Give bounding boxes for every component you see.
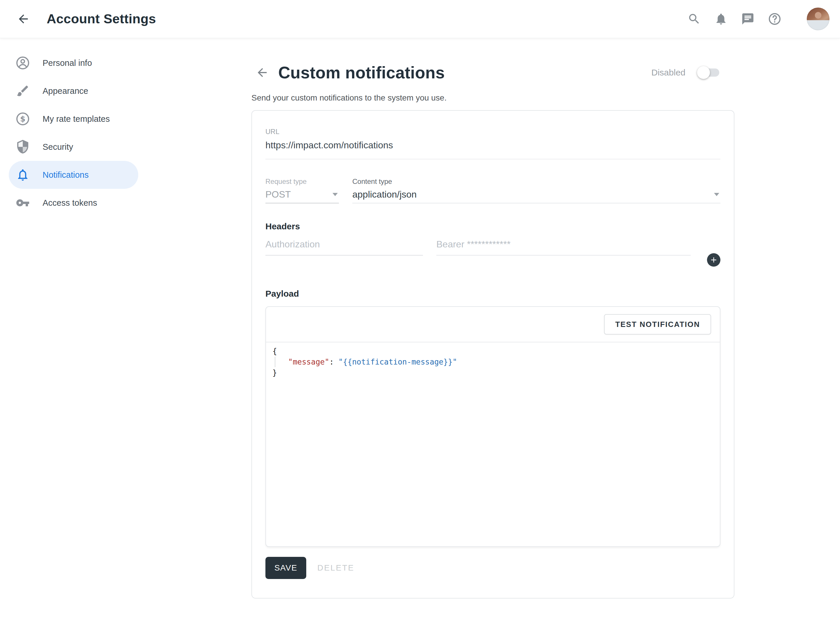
headers-section-title: Headers xyxy=(265,221,720,232)
delete-button[interactable]: DELETE xyxy=(317,563,354,572)
header-name-input[interactable] xyxy=(265,239,423,250)
page-back-arrow-icon[interactable] xyxy=(255,66,269,79)
payload-toolbar: TEST NOTIFICATION xyxy=(266,307,720,342)
request-type-select[interactable]: Request type POST xyxy=(265,178,339,203)
chevron-down-icon xyxy=(332,193,338,196)
main-content: Custom notifications Disabled Send your … xyxy=(251,38,735,598)
page-subtitle: Send your custom notifications to the sy… xyxy=(251,93,735,103)
svg-text:$: $ xyxy=(20,115,25,123)
headers-row xyxy=(265,239,720,256)
shield-icon xyxy=(16,140,30,154)
appbar-actions xyxy=(687,8,829,30)
user-avatar[interactable] xyxy=(807,8,829,30)
help-icon[interactable] xyxy=(768,12,782,26)
back-arrow-icon[interactable] xyxy=(16,12,30,26)
payload-editor: TEST NOTIFICATION { "message": "{{notifi… xyxy=(265,306,720,547)
bell-icon[interactable] xyxy=(714,12,728,26)
url-input[interactable] xyxy=(265,140,720,150)
content-type-value: application/json xyxy=(352,189,417,200)
search-icon[interactable] xyxy=(687,12,701,26)
enable-toggle[interactable] xyxy=(697,66,719,79)
code-line: { xyxy=(272,346,720,357)
brush-icon xyxy=(16,84,30,98)
sidebar-item-notifications[interactable]: Notifications xyxy=(9,161,138,189)
add-header-button[interactable] xyxy=(707,253,720,267)
plus-icon xyxy=(709,256,718,264)
chevron-down-icon xyxy=(714,193,719,196)
json-value: "{{notification-message}}" xyxy=(338,358,457,366)
chat-icon[interactable] xyxy=(741,12,755,26)
test-notification-button[interactable]: TEST NOTIFICATION xyxy=(604,314,711,335)
sidebar-item-security[interactable]: Security xyxy=(9,133,138,161)
sidebar-item-label: Notifications xyxy=(43,170,89,180)
sidebar-item-label: Access tokens xyxy=(43,198,97,208)
json-key: "message" xyxy=(288,358,329,366)
header-value-input[interactable] xyxy=(436,239,691,250)
toggle-status-label: Disabled xyxy=(651,68,685,78)
code-line: "message": "{{notification-message}}" xyxy=(272,357,720,367)
bell-outline-icon xyxy=(16,168,30,182)
app-bar: Account Settings xyxy=(0,0,840,38)
sidebar-item-label: My rate templates xyxy=(43,114,110,124)
sidebar-item-label: Personal info xyxy=(43,58,92,68)
key-icon xyxy=(16,196,30,210)
payload-code-editor[interactable]: { "message": "{{notification-message}}" … xyxy=(266,342,720,546)
sidebar-item-personal-info[interactable]: Personal info xyxy=(9,49,138,77)
content-type-select[interactable]: Content type application/json xyxy=(352,178,720,203)
toggle-knob xyxy=(697,66,710,79)
sidebar-item-rate-templates[interactable]: $ My rate templates xyxy=(9,105,138,133)
dollar-circle-icon: $ xyxy=(16,112,30,126)
app-title: Account Settings xyxy=(47,11,156,26)
json-separator: : xyxy=(329,358,338,366)
request-type-label: Request type xyxy=(265,178,339,186)
sidebar-item-access-tokens[interactable]: Access tokens xyxy=(9,189,138,217)
save-button[interactable]: SAVE xyxy=(265,557,306,579)
code-line: } xyxy=(272,367,720,378)
settings-sidebar: Personal info Appearance $ My rate templ… xyxy=(0,38,163,217)
person-circle-icon xyxy=(16,56,30,70)
sidebar-item-appearance[interactable]: Appearance xyxy=(9,77,138,105)
url-label: URL xyxy=(265,127,720,136)
indent-guide xyxy=(275,357,275,367)
sidebar-item-label: Appearance xyxy=(43,86,88,96)
sidebar-item-label: Security xyxy=(43,142,73,152)
notification-settings-card: URL Request type POST Content type appl xyxy=(251,110,734,598)
url-field-group: URL xyxy=(265,127,720,160)
payload-section-title: Payload xyxy=(265,289,720,299)
content-type-label: Content type xyxy=(352,178,720,186)
page-title: Custom notifications xyxy=(278,63,445,82)
request-type-value: POST xyxy=(265,189,291,200)
